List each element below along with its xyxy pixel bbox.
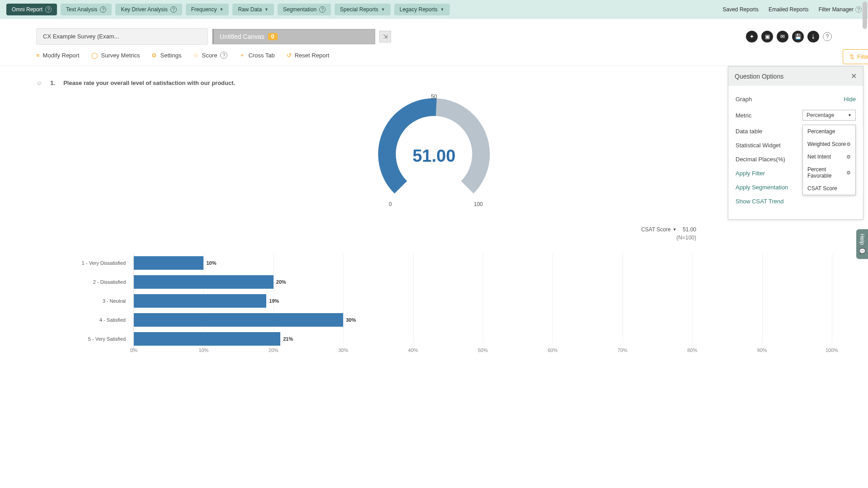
title-actions: ✦ ▣ ✉ 💾 ⭳ ? <box>746 31 832 42</box>
nav-label: Text Analysis <box>66 6 97 13</box>
top-nav-left: Omni Report ? Text Analysis ? Key Driver… <box>6 4 450 15</box>
options-header: Question Options ✕ <box>728 66 863 86</box>
x-axis-tick-label: 80% <box>687 347 697 353</box>
filter-button[interactable]: ⇅ Filter <box>843 49 868 64</box>
nav-label: Frequency <box>191 6 217 13</box>
bar-row: 1 - Very Dissatisfied10% <box>134 256 832 270</box>
star-icon: ☆ <box>193 52 198 59</box>
nav-frequency[interactable]: Frequency ▼ <box>186 4 229 15</box>
csat-label: CSAT Score <box>641 226 671 233</box>
title-bar: CX Example Survey (Exam... Untitled Canv… <box>0 19 868 47</box>
x-axis-tick-label: 60% <box>547 347 557 353</box>
chevron-down-icon: ▼ <box>673 227 677 232</box>
bar-category-label: 5 - Very Satisfied <box>37 332 129 346</box>
bar <box>134 313 343 327</box>
scrollbar-thumb[interactable] <box>863 2 867 29</box>
x-axis-tick-label: 100% <box>826 347 838 353</box>
nav-omni-report[interactable]: Omni Report ? <box>6 4 57 15</box>
x-axis-tick-label: 0% <box>130 347 137 353</box>
csat-label-dropdown[interactable]: CSAT Score ▼ <box>641 226 677 233</box>
help-icon: ? <box>220 52 227 59</box>
gear-icon[interactable]: ⚙ <box>846 154 851 160</box>
metric-option-percentage[interactable]: Percentage <box>803 125 855 138</box>
help-icon: ? <box>45 6 52 13</box>
gear-icon[interactable]: ⚙ <box>846 170 851 176</box>
metric-selected: Percentage <box>807 112 834 118</box>
nav-label: Raw Data <box>238 6 262 13</box>
tool-label: Reset Report <box>295 52 330 59</box>
canvas-badge: 0 <box>268 33 278 40</box>
tool-cross-tab[interactable]: ＋ Cross Tab <box>239 51 274 59</box>
tool-reset-report[interactable]: ↺ Reset Report <box>287 52 330 59</box>
csat-value: 51.00 <box>683 226 696 233</box>
bar-value-label: 30% <box>346 317 356 323</box>
options-metric-label: Metric <box>736 112 751 119</box>
link-emailed-reports[interactable]: Emailed Reports <box>769 6 809 13</box>
metric-option-weighted-score[interactable]: Weighted Score ⚙ <box>803 138 855 150</box>
modify-icon: ≡ <box>36 52 40 59</box>
nav-segmentation[interactable]: Segmentation ? <box>278 4 331 15</box>
canvas-tab[interactable]: Untitled Canvas 0 <box>212 29 375 44</box>
options-hide-link[interactable]: Hide <box>844 96 856 103</box>
metric-option-percent-favorable[interactable]: Percent Favorable ⚙ <box>803 163 855 182</box>
metric-option-csat-score[interactable]: CSAT Score <box>803 182 855 195</box>
tool-survey-metrics[interactable]: ◯ Survey Metrics <box>91 52 140 59</box>
help-icon[interactable]: ? <box>823 32 832 41</box>
nav-raw-data[interactable]: Raw Data ▼ <box>232 4 274 15</box>
download-icon[interactable]: ⭳ <box>807 31 819 42</box>
tool-score[interactable]: ☆ Score ? <box>193 52 227 59</box>
gear-icon[interactable]: ⚙ <box>846 141 851 147</box>
link-saved-reports[interactable]: Saved Reports <box>723 6 759 13</box>
email-icon[interactable]: ✉ <box>777 31 788 42</box>
link-label: Emailed Reports <box>769 6 809 13</box>
option-label: Percentage <box>807 128 835 135</box>
person-star-icon: ☺ <box>36 80 42 86</box>
bar-chart-grid: 0%10%20%30%40%50%60%70%80%90%100%1 - Ver… <box>133 253 832 353</box>
link-filter-manager[interactable]: Filter Manager ? <box>819 6 862 13</box>
close-icon[interactable]: ✕ <box>851 72 857 80</box>
chevron-down-icon: ▼ <box>219 7 223 12</box>
bar-value-label: 10% <box>206 260 216 266</box>
tool-modify-report[interactable]: ≡ Modify Report <box>36 52 80 59</box>
help-side-tab[interactable]: Help 💬 <box>856 229 868 259</box>
nav-legacy-reports[interactable]: Legacy Reports ▼ <box>394 4 450 15</box>
nav-text-analysis[interactable]: Text Analysis ? <box>61 4 112 15</box>
option-label: Percent Favorable <box>807 166 846 179</box>
nav-key-driver[interactable]: Key Driver Analysis ? <box>115 4 182 15</box>
help-icon: ? <box>100 6 106 13</box>
tool-settings[interactable]: ⚙ Settings <box>151 52 181 59</box>
nav-special-reports[interactable]: Special Reports ▼ <box>335 4 391 15</box>
bar-value-label: 19% <box>269 298 279 304</box>
metric-option-net-intent[interactable]: Net Intent ⚙ <box>803 150 855 163</box>
reset-icon: ↺ <box>287 52 292 59</box>
metric-dropdown[interactable]: Percentage ▼ <box>802 110 856 121</box>
bar-row: 5 - Very Satisfied21% <box>134 332 832 346</box>
bar-chart: 0%10%20%30%40%50%60%70%80%90%100%1 - Ver… <box>36 253 832 353</box>
nav-label: Omni Report <box>12 6 42 13</box>
option-label: Weighted Score <box>807 141 846 147</box>
share-icon[interactable]: ✦ <box>746 31 758 42</box>
options-title: Question Options <box>735 73 783 80</box>
filter-icon: ⇅ <box>849 53 854 60</box>
branch-icon: ⇲ <box>383 33 388 40</box>
x-axis-tick-label: 40% <box>408 347 418 353</box>
bar <box>134 256 203 270</box>
options-show-trend[interactable]: Show CSAT Trend <box>736 194 856 208</box>
bar-category-label: 2 - Dissatisfied <box>37 275 129 289</box>
survey-title-select[interactable]: CX Example Survey (Exam... <box>36 28 208 45</box>
top-nav: Omni Report ? Text Analysis ? Key Driver… <box>0 0 868 19</box>
x-axis-tick-label: 90% <box>757 347 767 353</box>
present-icon[interactable]: ▣ <box>761 31 773 42</box>
tool-label: Modify Report <box>43 52 80 59</box>
content-area: ☺ 1. Please rate your overall level of s… <box>0 66 868 371</box>
bar-value-label: 21% <box>283 336 293 342</box>
gauge-chart: 51.00 0 50 100 <box>375 95 493 222</box>
gauge-min-label: 0 <box>389 201 392 207</box>
save-icon[interactable]: 💾 <box>792 31 804 42</box>
nav-label: Legacy Reports <box>400 6 438 13</box>
metric-dropdown-menu: Percentage Weighted Score ⚙ Net Intent ⚙… <box>802 125 856 195</box>
add-canvas-button[interactable]: ⇲ <box>379 31 391 42</box>
metrics-icon: ◯ <box>91 52 98 59</box>
tool-label: Settings <box>160 52 181 59</box>
csat-score-row: CSAT Score ▼ 51.00 <box>36 226 832 233</box>
